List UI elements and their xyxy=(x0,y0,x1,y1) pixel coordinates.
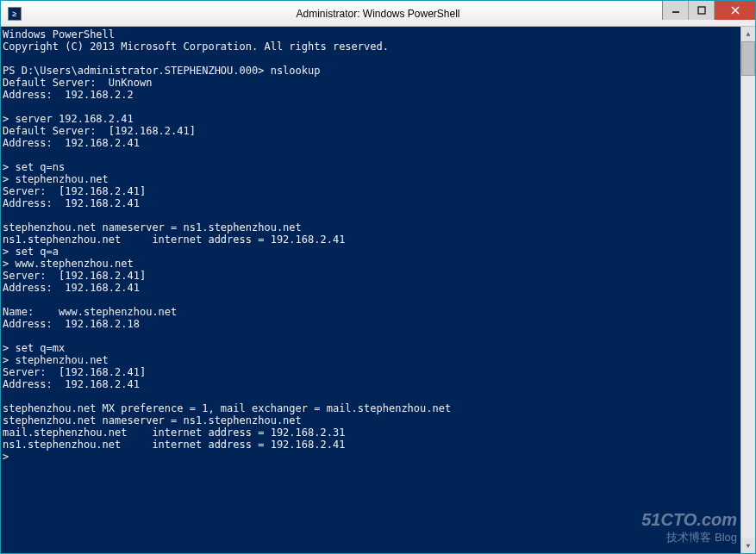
powershell-icon: ≥ xyxy=(8,7,22,21)
window-controls xyxy=(662,1,755,20)
close-button[interactable] xyxy=(714,1,755,20)
maximize-button[interactable] xyxy=(688,1,714,20)
minimize-icon xyxy=(672,6,680,15)
minimize-button[interactable] xyxy=(662,1,688,20)
terminal-output[interactable]: Windows PowerShell Copyright (C) 2013 Mi… xyxy=(1,27,740,553)
maximize-icon xyxy=(697,6,706,15)
vertical-scrollbar[interactable]: ▲ ▼ xyxy=(740,27,755,553)
svg-rect-1 xyxy=(698,7,705,14)
scroll-thumb[interactable] xyxy=(741,41,755,76)
titlebar[interactable]: ≥ Administrator: Windows PowerShell xyxy=(1,1,755,27)
close-icon xyxy=(731,6,740,15)
powershell-window: ≥ Administrator: Windows PowerShell Wind… xyxy=(0,0,756,554)
content-area: Windows PowerShell Copyright (C) 2013 Mi… xyxy=(1,27,755,553)
scroll-track[interactable] xyxy=(741,41,755,538)
scroll-up-button[interactable]: ▲ xyxy=(741,27,755,41)
window-title: Administrator: Windows PowerShell xyxy=(1,8,755,20)
scroll-down-button[interactable]: ▼ xyxy=(741,538,755,553)
